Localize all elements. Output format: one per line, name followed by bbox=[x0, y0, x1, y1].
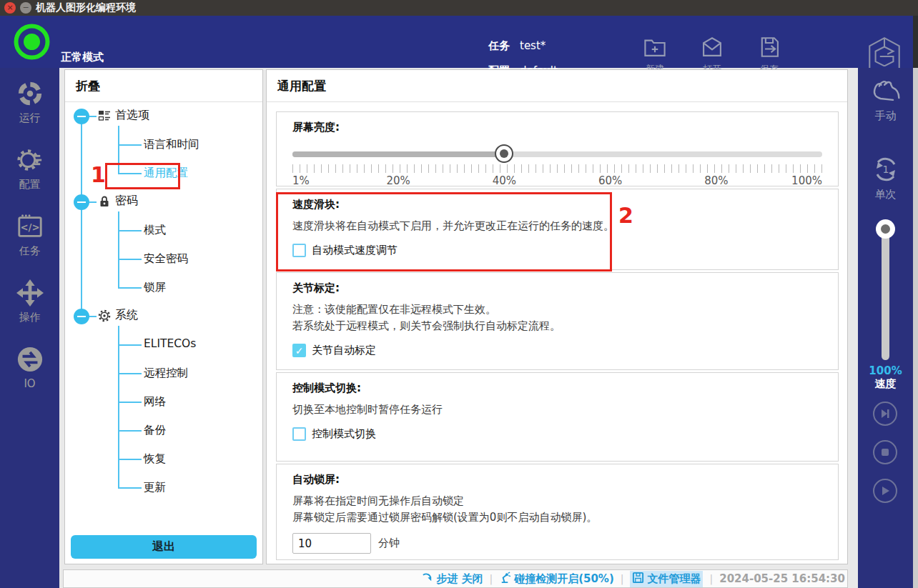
control-mode-title: 控制模式切换: bbox=[292, 382, 822, 395]
play-button[interactable] bbox=[873, 479, 897, 503]
file-manager-button[interactable]: 文件管理器 bbox=[630, 571, 703, 587]
status-bar: 步进 关闭 | 碰撞检测开启(50%) | 文件管理器 | 2024-05-25… bbox=[63, 569, 848, 588]
speed-slider-title: 速度滑块: bbox=[292, 198, 822, 211]
lock-minutes-input[interactable] bbox=[292, 533, 371, 554]
control-mode-checkbox-label: 控制模式切换 bbox=[312, 427, 376, 441]
sidebar-item-run[interactable]: 运行 bbox=[0, 80, 59, 130]
tree-connector-line bbox=[118, 126, 119, 174]
joint-calibration-checkbox[interactable]: ✓ bbox=[292, 344, 306, 357]
tree-collapse-toggle[interactable] bbox=[74, 194, 89, 210]
joint-calibration-checkbox-row[interactable]: ✓ 关节自动标定 bbox=[292, 344, 822, 357]
tree-collapse-toggle[interactable] bbox=[74, 109, 89, 124]
lock-icon bbox=[98, 195, 111, 208]
joint-calibration-title: 关节标定: bbox=[292, 281, 822, 295]
sidebar-item-operate[interactable]: 操作 bbox=[0, 279, 59, 329]
collision-detection-toggle[interactable]: 碰撞检测开启(50%) bbox=[499, 572, 614, 587]
auto-lock-desc1: 屏幕将在指定时间无操作后自动锁定 bbox=[292, 493, 822, 509]
tree-connector-line bbox=[81, 116, 82, 317]
tree-item-更新[interactable]: 更新 bbox=[144, 480, 166, 495]
tree-item-ELITECOs[interactable]: ELITECOs bbox=[144, 337, 196, 350]
auto-speed-checkbox[interactable] bbox=[292, 244, 306, 257]
collision-detection-label: 碰撞检测开启(50%) bbox=[514, 572, 614, 586]
manual-mode-label: 手动 bbox=[858, 109, 913, 123]
tree-connector-line bbox=[118, 211, 119, 289]
sidebar-item-task[interactable]: </>任务 bbox=[0, 213, 59, 263]
tree-connector-line bbox=[89, 116, 97, 117]
tick-label: 1% bbox=[292, 174, 310, 187]
config-icon bbox=[16, 163, 44, 176]
tree-item-语言和时间[interactable]: 语言和时间 bbox=[144, 137, 199, 152]
divider bbox=[267, 101, 847, 102]
tree-item-模式[interactable]: 模式 bbox=[144, 223, 166, 238]
right-scroll-strip[interactable] bbox=[913, 68, 918, 588]
speed-slider-section: 速度滑块: 速度滑块将在自动模式下启用，并允许更改正在运行的任务的速度。 自动模… bbox=[276, 189, 839, 270]
exit-button[interactable]: 退出 bbox=[71, 535, 257, 559]
tree-item-备份[interactable]: 备份 bbox=[144, 423, 166, 438]
tree-item-安全密码[interactable]: 安全密码 bbox=[144, 251, 188, 266]
auto-lock-section: 自动锁屏: 屏幕将在指定时间无操作后自动锁定 屏幕锁定后需要通过锁屏密码解锁(设… bbox=[276, 464, 839, 560]
tree-group-label: 密码 bbox=[115, 194, 138, 209]
sidebar-item-label: 操作 bbox=[0, 311, 59, 324]
brightness-fill bbox=[292, 151, 504, 157]
tree-group-0[interactable]: 首选项 bbox=[98, 108, 149, 123]
stop-button[interactable] bbox=[873, 440, 897, 464]
close-icon[interactable]: × bbox=[4, 2, 16, 14]
control-mode-checkbox[interactable] bbox=[292, 427, 306, 441]
file-manager-icon bbox=[632, 572, 644, 587]
speed-label: 速度 bbox=[858, 377, 913, 391]
task-label: 任务 bbox=[488, 39, 510, 52]
tree-item-恢复[interactable]: 恢复 bbox=[144, 452, 166, 467]
speed-slider-handle[interactable] bbox=[876, 219, 895, 239]
right-sidebar: 手动 1 单次 100% 速度 bbox=[858, 68, 913, 588]
sidebar-item-label: 配置 bbox=[0, 178, 59, 191]
brightness-handle[interactable] bbox=[495, 144, 513, 163]
separator: | bbox=[489, 573, 493, 584]
tree-panel-title[interactable]: 折叠 bbox=[76, 78, 100, 94]
sidebar-item-io[interactable]: IO bbox=[0, 346, 59, 396]
step-arrow-icon bbox=[421, 572, 433, 587]
tree-connector-line bbox=[119, 173, 142, 174]
tick-label: 80% bbox=[704, 174, 728, 187]
separator: | bbox=[621, 573, 624, 584]
tree-connector-line bbox=[119, 144, 142, 146]
run-icon bbox=[16, 96, 44, 110]
auto-lock-title: 自动锁屏: bbox=[292, 473, 822, 487]
file-manager-label: 文件管理器 bbox=[647, 572, 701, 586]
window-title: 机器人图形化编程环境 bbox=[36, 1, 136, 14]
auto-speed-checkbox-label: 自动模式速度调节 bbox=[312, 244, 398, 257]
tree-group-1[interactable]: 密码 bbox=[98, 194, 138, 209]
tree-item-网络[interactable]: 网络 bbox=[144, 394, 166, 409]
single-run-button[interactable]: 1 单次 bbox=[858, 155, 913, 201]
brightness-track[interactable] bbox=[292, 151, 822, 157]
single-cycle-icon: 1 bbox=[870, 173, 902, 186]
step-mode-label: 步进 关闭 bbox=[436, 572, 483, 586]
brightness-slider[interactable] bbox=[292, 144, 822, 173]
svg-text:1: 1 bbox=[882, 164, 889, 175]
tree-connector-line bbox=[89, 316, 97, 317]
joint-calibration-section: 关节标定: 注意：该使能配置仅在非远程模式下生效。 若系统处于远程模式，则关节会… bbox=[276, 272, 839, 370]
brightness-tick-labels: 1%20%40%60%80%100% bbox=[292, 174, 822, 189]
joint-calibration-desc2: 若系统处于远程模式，则关节会强制执行自动标定流程。 bbox=[292, 318, 822, 334]
manual-mode-button[interactable]: 手动 bbox=[858, 76, 913, 123]
step-mode-toggle[interactable]: 步进 关闭 bbox=[421, 572, 483, 587]
tree-item-通用配置[interactable]: 通用配置 bbox=[144, 166, 188, 181]
minimize-icon[interactable]: − bbox=[20, 2, 31, 14]
speed-slider-track[interactable] bbox=[882, 229, 889, 360]
tree-item-锁屏[interactable]: 锁屏 bbox=[144, 280, 166, 295]
auto-speed-checkbox-row[interactable]: 自动模式速度调节 bbox=[292, 244, 822, 257]
tick-label: 20% bbox=[387, 174, 410, 187]
control-mode-checkbox-row[interactable]: 控制模式切换 bbox=[292, 427, 822, 441]
open-file-icon bbox=[700, 49, 724, 62]
tree-collapse-toggle[interactable] bbox=[74, 309, 89, 324]
tree-group-2[interactable]: 系统 bbox=[98, 308, 138, 323]
sidebar-item-label: 任务 bbox=[0, 244, 59, 258]
sidebar-item-config[interactable]: 配置 bbox=[0, 146, 59, 196]
save-file-icon bbox=[757, 49, 781, 62]
robot-arm-icon bbox=[499, 572, 511, 587]
tree-connector-line bbox=[119, 402, 142, 403]
tree-item-远程控制[interactable]: 远程控制 bbox=[144, 366, 188, 381]
left-sidebar: 运行配置</>任务操作IO 38EB bbox=[0, 68, 59, 588]
tree-connector-line bbox=[119, 230, 142, 231]
joint-calibration-desc1: 注意：该使能配置仅在非远程模式下生效。 bbox=[292, 302, 822, 318]
step-forward-button[interactable] bbox=[873, 402, 897, 426]
